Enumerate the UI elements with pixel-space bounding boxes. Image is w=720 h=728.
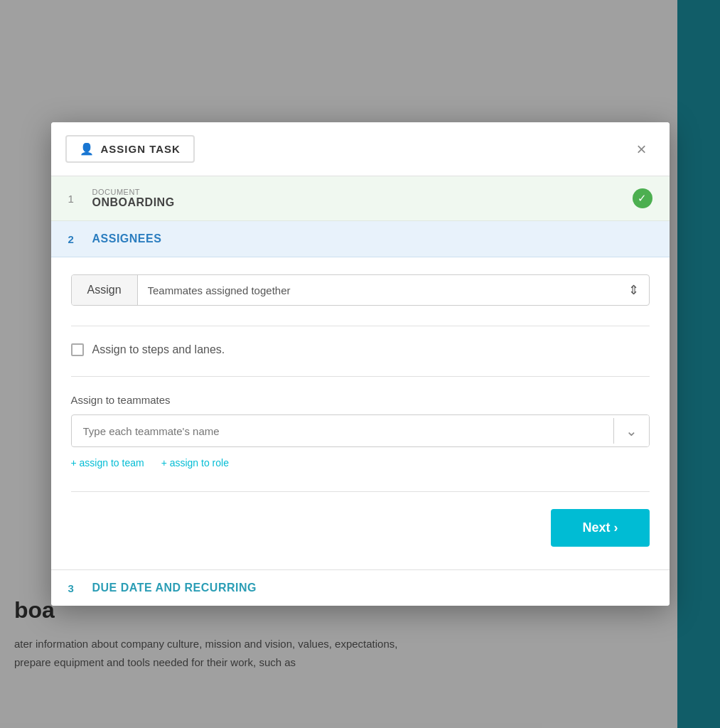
assign-task-modal: 👤 ASSIGN TASK × 1 DOCUMENT ONBOARDING ✓ … [51, 122, 670, 606]
modal-title: ASSIGN TASK [101, 143, 181, 155]
modal-body: Assign Teammates assigned together Teamm… [51, 257, 670, 569]
divider-2 [71, 376, 650, 377]
step-3-number: 3 [68, 582, 81, 594]
close-button[interactable]: × [630, 138, 652, 161]
step-3-labels: DUE DATE AND RECURRING [92, 582, 652, 594]
teammates-input-row: ⌄ [71, 414, 650, 447]
person-icon: 👤 [80, 142, 94, 156]
assign-to-role-link[interactable]: + assign to role [161, 457, 229, 469]
divider-3 [71, 491, 650, 492]
step-3-row: 3 DUE DATE AND RECURRING [51, 569, 670, 606]
modal-footer: Next › [71, 509, 650, 552]
step-1-number: 1 [68, 193, 81, 205]
step-2-number: 2 [68, 233, 81, 245]
step-2-row: 2 ASSIGNEES [51, 221, 670, 257]
step-1-row: 1 DOCUMENT ONBOARDING ✓ [51, 176, 670, 221]
step-1-sublabel: DOCUMENT [92, 188, 633, 196]
next-button[interactable]: Next › [551, 509, 649, 547]
steps-lanes-checkbox[interactable] [71, 343, 84, 356]
step-2-labels: ASSIGNEES [92, 232, 652, 245]
divider-1 [71, 326, 650, 326]
step-3-label: DUE DATE AND RECURRING [92, 582, 652, 594]
teammates-input[interactable] [72, 417, 613, 446]
checkbox-row: Assign to steps and lanes. [71, 343, 650, 356]
modal-title-wrap: 👤 ASSIGN TASK [65, 135, 195, 163]
assign-button[interactable]: Assign [72, 275, 138, 305]
teammates-dropdown-button[interactable]: ⌄ [614, 415, 649, 446]
link-row: + assign to team + assign to role [71, 457, 650, 469]
assign-row: Assign Teammates assigned together Teamm… [71, 274, 650, 306]
assign-to-team-link[interactable]: + assign to team [71, 457, 144, 469]
step-1-check-icon: ✓ [633, 188, 652, 208]
step-2-label: ASSIGNEES [92, 232, 652, 245]
step-1-labels: DOCUMENT ONBOARDING [92, 188, 633, 209]
assign-select[interactable]: Teammates assigned together Teammates as… [138, 275, 618, 305]
step-1-label: ONBOARDING [92, 196, 633, 209]
sort-icon: ⇕ [618, 275, 649, 305]
steps-lanes-label: Assign to steps and lanes. [92, 343, 225, 356]
teammates-section-label: Assign to teammates [71, 394, 650, 406]
modal-header: 👤 ASSIGN TASK × [51, 122, 670, 176]
